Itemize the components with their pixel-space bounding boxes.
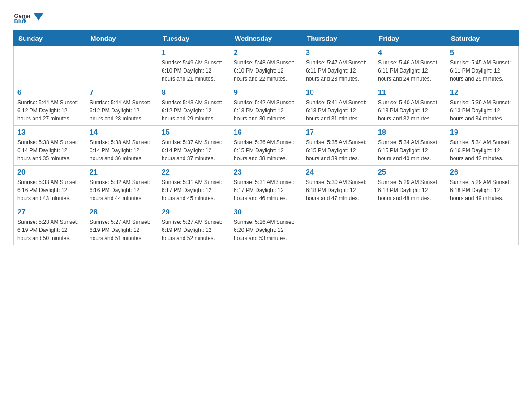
calendar-cell — [302, 206, 374, 245]
calendar-cell: 9Sunrise: 5:42 AM Sunset: 6:13 PM Daylig… — [230, 86, 302, 126]
day-number: 2 — [234, 49, 298, 57]
day-number: 26 — [450, 168, 515, 176]
calendar-cell — [86, 46, 158, 86]
calendar-cell: 21Sunrise: 5:32 AM Sunset: 6:16 PM Dayli… — [86, 166, 158, 206]
day-number: 12 — [450, 89, 515, 97]
day-number: 3 — [306, 49, 370, 57]
day-number: 22 — [162, 168, 226, 176]
day-number: 25 — [378, 168, 442, 176]
day-info: Sunrise: 5:32 AM Sunset: 6:16 PM Dayligh… — [90, 178, 154, 202]
day-info: Sunrise: 5:27 AM Sunset: 6:19 PM Dayligh… — [162, 218, 226, 242]
calendar-cell: 4Sunrise: 5:46 AM Sunset: 6:11 PM Daylig… — [374, 46, 446, 86]
day-number: 18 — [378, 128, 442, 137]
day-number: 20 — [17, 168, 82, 176]
logo-icon: General Blue — [13, 9, 30, 25]
calendar-cell: 23Sunrise: 5:31 AM Sunset: 6:17 PM Dayli… — [230, 166, 302, 206]
calendar-cell: 29Sunrise: 5:27 AM Sunset: 6:19 PM Dayli… — [158, 206, 230, 245]
calendar-cell: 6Sunrise: 5:44 AM Sunset: 6:12 PM Daylig… — [14, 86, 86, 126]
weekday-header-monday: Monday — [86, 31, 158, 46]
day-info: Sunrise: 5:31 AM Sunset: 6:17 PM Dayligh… — [234, 178, 298, 202]
day-info: Sunrise: 5:34 AM Sunset: 6:16 PM Dayligh… — [450, 138, 515, 163]
day-number: 15 — [162, 128, 226, 137]
day-info: Sunrise: 5:26 AM Sunset: 6:20 PM Dayligh… — [234, 218, 298, 242]
weekday-header-wednesday: Wednesday — [230, 31, 302, 46]
day-info: Sunrise: 5:34 AM Sunset: 6:15 PM Dayligh… — [378, 138, 442, 163]
calendar-cell: 18Sunrise: 5:34 AM Sunset: 6:15 PM Dayli… — [374, 126, 446, 166]
calendar-cell: 5Sunrise: 5:45 AM Sunset: 6:11 PM Daylig… — [446, 46, 519, 86]
day-number: 6 — [17, 89, 82, 97]
day-number: 30 — [234, 208, 298, 216]
day-number: 24 — [306, 168, 370, 176]
day-info: Sunrise: 5:41 AM Sunset: 6:13 PM Dayligh… — [306, 98, 370, 123]
day-number: 7 — [90, 89, 154, 97]
calendar-cell — [446, 206, 519, 245]
calendar-cell: 13Sunrise: 5:38 AM Sunset: 6:14 PM Dayli… — [14, 126, 86, 166]
day-info: Sunrise: 5:29 AM Sunset: 6:18 PM Dayligh… — [378, 178, 442, 202]
calendar-week-row: 13Sunrise: 5:38 AM Sunset: 6:14 PM Dayli… — [14, 126, 519, 166]
day-info: Sunrise: 5:47 AM Sunset: 6:11 PM Dayligh… — [306, 59, 370, 83]
day-number: 16 — [234, 128, 298, 137]
day-number: 19 — [450, 128, 515, 137]
day-number: 1 — [162, 49, 226, 57]
day-info: Sunrise: 5:31 AM Sunset: 6:17 PM Dayligh… — [162, 178, 226, 202]
calendar-week-row: 1Sunrise: 5:49 AM Sunset: 6:10 PM Daylig… — [14, 46, 519, 86]
day-number: 9 — [234, 89, 298, 97]
calendar-cell: 24Sunrise: 5:30 AM Sunset: 6:18 PM Dayli… — [302, 166, 374, 206]
weekday-header-friday: Friday — [374, 31, 446, 46]
day-info: Sunrise: 5:49 AM Sunset: 6:10 PM Dayligh… — [162, 59, 226, 83]
weekday-header-row: SundayMondayTuesdayWednesdayThursdayFrid… — [14, 31, 519, 46]
calendar-week-row: 6Sunrise: 5:44 AM Sunset: 6:12 PM Daylig… — [14, 86, 519, 126]
weekday-header-thursday: Thursday — [302, 31, 374, 46]
day-number: 23 — [234, 168, 298, 176]
logo-triangle-icon — [34, 13, 43, 21]
day-info: Sunrise: 5:48 AM Sunset: 6:10 PM Dayligh… — [234, 59, 298, 83]
calendar-cell: 10Sunrise: 5:41 AM Sunset: 6:13 PM Dayli… — [302, 86, 374, 126]
calendar-cell: 28Sunrise: 5:27 AM Sunset: 6:19 PM Dayli… — [86, 206, 158, 245]
calendar-cell: 11Sunrise: 5:40 AM Sunset: 6:13 PM Dayli… — [374, 86, 446, 126]
calendar-cell — [374, 206, 446, 245]
calendar-cell: 17Sunrise: 5:35 AM Sunset: 6:15 PM Dayli… — [302, 126, 374, 166]
day-info: Sunrise: 5:36 AM Sunset: 6:15 PM Dayligh… — [234, 138, 298, 163]
day-info: Sunrise: 5:42 AM Sunset: 6:13 PM Dayligh… — [234, 98, 298, 123]
day-number: 13 — [17, 128, 82, 137]
weekday-header-saturday: Saturday — [446, 31, 519, 46]
day-info: Sunrise: 5:28 AM Sunset: 6:19 PM Dayligh… — [17, 218, 82, 242]
weekday-header-sunday: Sunday — [14, 31, 86, 46]
day-info: Sunrise: 5:38 AM Sunset: 6:14 PM Dayligh… — [17, 138, 82, 163]
calendar-cell: 20Sunrise: 5:33 AM Sunset: 6:16 PM Dayli… — [14, 166, 86, 206]
day-number: 8 — [162, 89, 226, 97]
calendar-table: SundayMondayTuesdayWednesdayThursdayFrid… — [13, 30, 519, 245]
calendar-header: SundayMondayTuesdayWednesdayThursdayFrid… — [14, 31, 519, 46]
calendar-cell: 19Sunrise: 5:34 AM Sunset: 6:16 PM Dayli… — [446, 126, 519, 166]
day-info: Sunrise: 5:40 AM Sunset: 6:13 PM Dayligh… — [378, 98, 442, 123]
calendar-cell: 14Sunrise: 5:38 AM Sunset: 6:14 PM Dayli… — [86, 126, 158, 166]
calendar-cell: 2Sunrise: 5:48 AM Sunset: 6:10 PM Daylig… — [230, 46, 302, 86]
calendar-cell: 22Sunrise: 5:31 AM Sunset: 6:17 PM Dayli… — [158, 166, 230, 206]
day-number: 10 — [306, 89, 370, 97]
day-number: 14 — [90, 128, 154, 137]
calendar-cell: 12Sunrise: 5:39 AM Sunset: 6:13 PM Dayli… — [446, 86, 519, 126]
day-info: Sunrise: 5:39 AM Sunset: 6:13 PM Dayligh… — [450, 98, 515, 123]
calendar-cell: 16Sunrise: 5:36 AM Sunset: 6:15 PM Dayli… — [230, 126, 302, 166]
day-info: Sunrise: 5:45 AM Sunset: 6:11 PM Dayligh… — [450, 59, 515, 83]
day-info: Sunrise: 5:46 AM Sunset: 6:11 PM Dayligh… — [378, 59, 442, 83]
calendar-cell: 27Sunrise: 5:28 AM Sunset: 6:19 PM Dayli… — [14, 206, 86, 245]
calendar-cell: 26Sunrise: 5:29 AM Sunset: 6:18 PM Dayli… — [446, 166, 519, 206]
day-number: 5 — [450, 49, 515, 57]
calendar-cell: 15Sunrise: 5:37 AM Sunset: 6:14 PM Dayli… — [158, 126, 230, 166]
day-info: Sunrise: 5:33 AM Sunset: 6:16 PM Dayligh… — [17, 178, 82, 202]
calendar-week-row: 27Sunrise: 5:28 AM Sunset: 6:19 PM Dayli… — [14, 206, 519, 245]
day-info: Sunrise: 5:27 AM Sunset: 6:19 PM Dayligh… — [90, 218, 154, 242]
logo: General Blue — [13, 9, 43, 25]
calendar-cell: 25Sunrise: 5:29 AM Sunset: 6:18 PM Dayli… — [374, 166, 446, 206]
day-info: Sunrise: 5:44 AM Sunset: 6:12 PM Dayligh… — [17, 98, 82, 123]
calendar-week-row: 20Sunrise: 5:33 AM Sunset: 6:16 PM Dayli… — [14, 166, 519, 206]
svg-marker-3 — [34, 13, 43, 21]
calendar-cell: 7Sunrise: 5:44 AM Sunset: 6:12 PM Daylig… — [86, 86, 158, 126]
day-number: 28 — [90, 208, 154, 216]
calendar-cell: 8Sunrise: 5:43 AM Sunset: 6:12 PM Daylig… — [158, 86, 230, 126]
calendar-body: 1Sunrise: 5:49 AM Sunset: 6:10 PM Daylig… — [14, 46, 519, 245]
calendar-cell: 3Sunrise: 5:47 AM Sunset: 6:11 PM Daylig… — [302, 46, 374, 86]
day-info: Sunrise: 5:35 AM Sunset: 6:15 PM Dayligh… — [306, 138, 370, 163]
page-header: General Blue — [13, 9, 519, 25]
